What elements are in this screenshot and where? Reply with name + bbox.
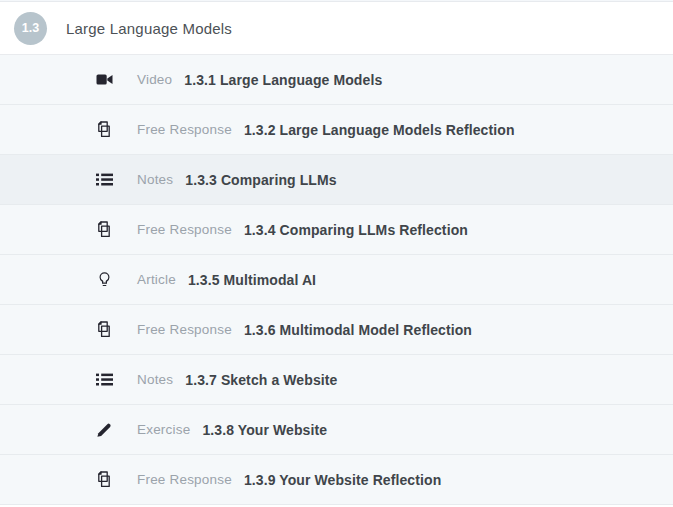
item-title: 1.3.2 Large Language Models Reflection <box>244 122 515 138</box>
lesson-row[interactable]: Notes 1.3.7 Sketch a Website <box>0 355 673 405</box>
item-type-label: Free Response <box>137 472 232 487</box>
bullet-list-icon <box>95 371 113 389</box>
lesson-row[interactable]: Free Response 1.3.2 Large Language Model… <box>0 105 673 155</box>
lesson-row[interactable]: Article 1.3.5 Multimodal AI <box>0 255 673 305</box>
bullet-list-icon <box>95 171 113 189</box>
lesson-row[interactable]: Free Response 1.3.9 Your Website Reflect… <box>0 455 673 505</box>
pencil-icon <box>95 421 113 439</box>
item-type-label: Notes <box>137 372 173 387</box>
copy-pages-icon <box>95 321 113 339</box>
lesson-row[interactable]: Notes 1.3.3 Comparing LLMs <box>0 155 673 205</box>
video-camera-icon <box>95 71 113 89</box>
item-type-label: Free Response <box>137 122 232 137</box>
item-title: 1.3.5 Multimodal AI <box>188 272 316 288</box>
item-type-label: Article <box>137 272 176 287</box>
item-title: 1.3.4 Comparing LLMs Reflection <box>244 222 468 238</box>
section-header[interactable]: 1.3 Large Language Models <box>0 2 673 55</box>
lightbulb-icon <box>95 271 113 289</box>
section-title: Large Language Models <box>66 20 232 37</box>
lesson-row[interactable]: Free Response 1.3.6 Multimodal Model Ref… <box>0 305 673 355</box>
item-title: 1.3.6 Multimodal Model Reflection <box>244 322 472 338</box>
item-title: 1.3.7 Sketch a Website <box>185 372 337 388</box>
copy-pages-icon <box>95 471 113 489</box>
section-number-badge: 1.3 <box>14 12 47 45</box>
copy-pages-icon <box>95 121 113 139</box>
lesson-row[interactable]: Free Response 1.3.4 Comparing LLMs Refle… <box>0 205 673 255</box>
item-title: 1.3.8 Your Website <box>202 422 327 438</box>
item-title: 1.3.9 Your Website Reflection <box>244 472 441 488</box>
item-title: 1.3.1 Large Language Models <box>184 72 382 88</box>
item-type-label: Free Response <box>137 322 232 337</box>
lesson-row[interactable]: Video 1.3.1 Large Language Models <box>0 55 673 105</box>
copy-pages-icon <box>95 221 113 239</box>
item-type-label: Notes <box>137 172 173 187</box>
item-type-label: Free Response <box>137 222 232 237</box>
lesson-row[interactable]: Exercise 1.3.8 Your Website <box>0 405 673 455</box>
item-type-label: Video <box>137 72 172 87</box>
item-title: 1.3.3 Comparing LLMs <box>185 172 336 188</box>
lesson-list: Video 1.3.1 Large Language Models Free R… <box>0 55 673 505</box>
item-type-label: Exercise <box>137 422 190 437</box>
